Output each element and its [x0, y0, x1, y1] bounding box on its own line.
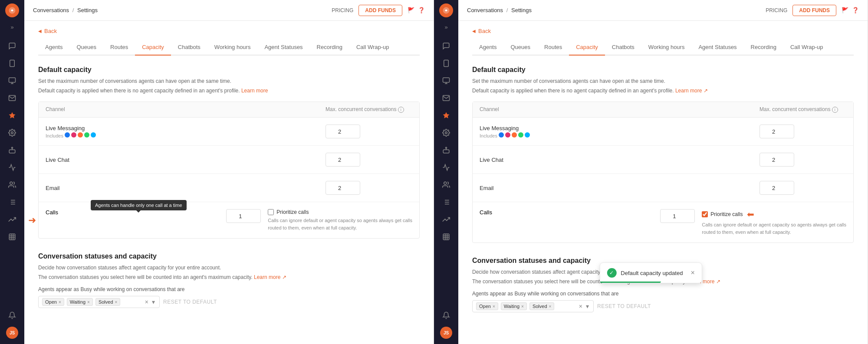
breadcrumb-sep-right: /	[506, 7, 508, 13]
tab-working-hours-left[interactable]: Working hours	[207, 39, 258, 56]
dropdown-tags-btn-left[interactable]: ▾	[151, 298, 156, 305]
help-icon-right[interactable]: ❓	[852, 7, 859, 13]
reset-default-btn-left[interactable]: RESET TO DEFAULT	[163, 299, 217, 305]
sidebar-table-icon-right[interactable]	[438, 229, 454, 245]
calls-right-left: Prioritize calls Calls can ignore defaul…	[226, 209, 412, 231]
sidebar-phone-icon[interactable]	[4, 56, 20, 71]
tab-capacity-left[interactable]: Capacity	[135, 39, 171, 56]
sidebar-bot-icon[interactable]	[4, 142, 20, 158]
pricing-link[interactable]: PRICING	[332, 7, 353, 13]
tag-waiting-close-left[interactable]: ×	[87, 300, 90, 305]
back-link-right[interactable]: Back	[472, 21, 854, 39]
prioritize-checkbox-right[interactable]	[702, 211, 708, 217]
sidebar-trending-icon[interactable]	[4, 212, 20, 227]
learn-more-link-left[interactable]: Learn more	[241, 88, 268, 94]
email-input-left[interactable]	[326, 181, 360, 195]
tab-chatbots-left[interactable]: Chatbots	[171, 39, 207, 56]
clear-tags-btn-right[interactable]: ×	[578, 303, 583, 310]
tab-recording-left[interactable]: Recording	[310, 39, 349, 56]
flag-icon[interactable]: 🚩	[408, 7, 414, 13]
calls-input-left[interactable]	[226, 209, 261, 223]
notification-icon-right[interactable]	[438, 308, 454, 323]
sidebar-list-icon[interactable]	[4, 194, 20, 210]
default-capacity-desc1-right: Set the maximum number of conversations …	[472, 77, 854, 85]
notification-icon[interactable]	[4, 308, 20, 323]
pricing-link-right[interactable]: PRICING	[766, 7, 787, 13]
dropdown-tags-btn-right[interactable]: ▾	[585, 303, 590, 310]
tab-agents-right[interactable]: Agents	[472, 39, 503, 56]
topbar-right-left: PRICING ADD FUNDS 🚩 ❓	[332, 5, 425, 16]
sidebar-chart-icon-right[interactable]	[438, 160, 454, 175]
breadcrumb-right: Conversations / Settings	[467, 7, 532, 13]
live-messaging-input-right[interactable]	[760, 124, 794, 138]
tab-capacity-right[interactable]: Capacity	[569, 39, 605, 56]
calls-input-right[interactable]	[660, 209, 695, 223]
back-link-left[interactable]: Back	[38, 21, 420, 39]
help-icon[interactable]: ❓	[418, 7, 425, 13]
sidebar-bot-icon-right[interactable]	[438, 142, 454, 158]
sidebar-monitor-icon[interactable]	[4, 73, 20, 88]
tab-queues-right[interactable]: Queues	[503, 39, 537, 56]
toast-close-btn[interactable]: ×	[690, 269, 694, 277]
tab-agent-statuses-left[interactable]: Agent Statuses	[257, 39, 309, 56]
sidebar-star-icon[interactable]	[4, 108, 20, 123]
sidebar-star-icon-right[interactable]	[438, 108, 454, 123]
flag-icon-right[interactable]: 🚩	[842, 7, 848, 13]
tag-open-close-left[interactable]: ×	[59, 300, 61, 305]
learn-more-link-right[interactable]: Learn more ↗	[675, 88, 708, 94]
tab-call-wrap-left[interactable]: Call Wrap-up	[349, 39, 396, 56]
sidebar-conversations-icon-right[interactable]	[438, 38, 454, 54]
prioritize-checkbox-left[interactable]	[268, 209, 274, 215]
avatar[interactable]: JS	[6, 327, 18, 339]
live-chat-input-right[interactable]	[760, 153, 794, 167]
tab-routes-left[interactable]: Routes	[103, 39, 135, 56]
tab-routes-right[interactable]: Routes	[537, 39, 569, 56]
tab-chatbots-right[interactable]: Chatbots	[605, 39, 641, 56]
tab-agent-statuses-right[interactable]: Agent Statuses	[691, 39, 743, 56]
avatar-right[interactable]: JS	[440, 327, 452, 339]
sidebar-users-icon-right[interactable]	[438, 177, 454, 193]
sidebar-settings-icon[interactable]	[4, 125, 20, 141]
tab-agents-left[interactable]: Agents	[38, 39, 69, 56]
sidebar-list-icon-right[interactable]	[438, 194, 454, 210]
arrow-indicator-left: ➜	[28, 215, 36, 226]
viber-icon	[78, 132, 83, 138]
tag-solved-close-right[interactable]: ×	[549, 304, 552, 309]
add-funds-button[interactable]: ADD FUNDS	[358, 5, 402, 16]
sidebar-expand-btn[interactable]: »	[6, 21, 18, 33]
sidebar-table-icon[interactable]	[4, 229, 20, 245]
breadcrumb-settings: Settings	[77, 7, 98, 13]
sidebar-mail-icon-right[interactable]	[438, 90, 454, 106]
tw-icon	[91, 132, 96, 138]
tags-row-left: Open × Waiting × Solved × ×	[38, 296, 420, 308]
live-messaging-input-left[interactable]	[326, 124, 360, 138]
table-header-left: Channel Max. concurrent conversations i	[39, 102, 419, 118]
clear-tags-btn-left[interactable]: ×	[144, 298, 149, 305]
row-email-left: Email	[39, 174, 419, 202]
sidebar-mail-icon[interactable]	[4, 90, 20, 106]
info-icon-right[interactable]: i	[832, 107, 838, 113]
sidebar-users-icon[interactable]	[4, 177, 20, 193]
add-funds-button-right[interactable]: ADD FUNDS	[792, 5, 836, 16]
conv-learn-more-link-left[interactable]: Learn more ↗	[254, 274, 286, 280]
sidebar-expand-btn-right[interactable]: »	[440, 21, 452, 33]
default-capacity-desc1-left: Set the maximum number of conversations …	[38, 77, 420, 85]
sidebar-chart-icon[interactable]	[4, 160, 20, 175]
tab-call-wrap-right[interactable]: Call Wrap-up	[783, 39, 830, 56]
tab-recording-right[interactable]: Recording	[744, 39, 783, 56]
sidebar-settings-icon-right[interactable]	[438, 125, 454, 141]
tag-solved-close-left[interactable]: ×	[115, 300, 118, 305]
sidebar-conversations-icon[interactable]	[4, 38, 20, 54]
tag-open-close-right[interactable]: ×	[493, 304, 495, 309]
sidebar-monitor-icon-right[interactable]	[438, 73, 454, 88]
topbar-actions-right: PRICING ADD FUNDS 🚩 ❓	[766, 5, 859, 16]
tab-queues-left[interactable]: Queues	[69, 39, 103, 56]
tag-waiting-close-right[interactable]: ×	[521, 304, 524, 309]
sidebar-phone-icon-right[interactable]	[438, 56, 454, 71]
reset-default-btn-right[interactable]: RESET TO DEFAULT	[597, 303, 651, 309]
sidebar-trending-icon-right[interactable]	[438, 212, 454, 227]
tab-working-hours-right[interactable]: Working hours	[641, 39, 692, 56]
live-chat-input-left[interactable]	[326, 153, 360, 167]
info-icon-left[interactable]: i	[398, 107, 404, 113]
email-input-right[interactable]	[760, 181, 794, 195]
